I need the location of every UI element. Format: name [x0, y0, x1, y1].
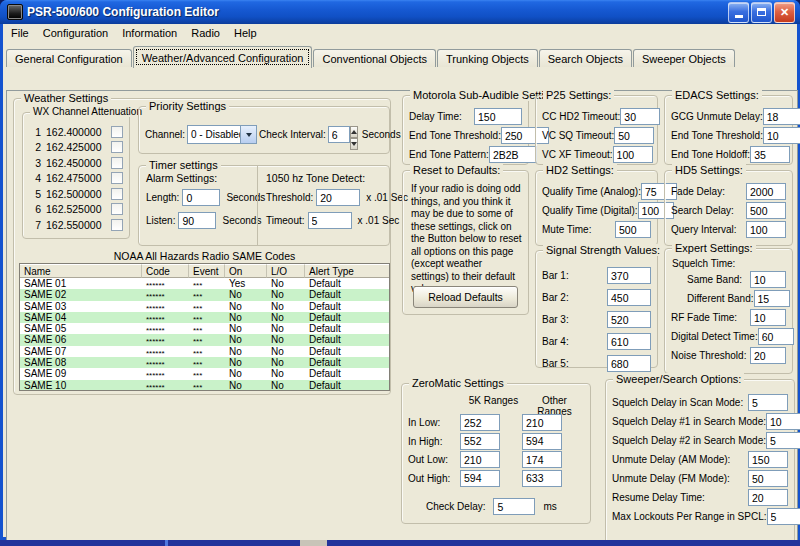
field-input[interactable] [766, 413, 800, 430]
wx-attenuation-checkbox[interactable] [111, 157, 123, 169]
field-input[interactable] [607, 333, 651, 350]
table-row[interactable]: SAME 04 ****** *** No No Default [20, 312, 389, 323]
field-input[interactable] [615, 221, 651, 238]
field-label: Squelch Delay in Scan Mode: [612, 397, 743, 408]
spin-up-icon[interactable] [350, 126, 358, 138]
menu-item[interactable]: Information [115, 25, 184, 41]
field-input[interactable] [607, 355, 651, 372]
table-row[interactable]: SAME 02 ****** *** No No Default [20, 289, 389, 300]
table-row[interactable]: SAME 07 ****** *** No No Default [20, 346, 389, 357]
field-input[interactable] [748, 470, 788, 487]
column-header[interactable]: Event [189, 264, 225, 278]
wx-attenuation-checkbox[interactable] [111, 188, 123, 200]
table-row[interactable]: SAME 03 ****** *** No No Default [20, 301, 389, 312]
tab[interactable]: Trunking Objects [437, 49, 538, 67]
check-interval-input[interactable] [328, 126, 350, 143]
close-button[interactable]: ✕ [774, 2, 795, 23]
field-input[interactable] [607, 267, 651, 284]
priority-channel-dropdown[interactable]: 0 - Disabled [187, 125, 257, 144]
tab[interactable]: Sweeper Objects [633, 49, 735, 67]
tab[interactable]: General Configuration [6, 49, 132, 67]
field-input[interactable] [489, 146, 537, 163]
reset-defaults-group: Reset to Defaults: If your radio is doin… [402, 170, 529, 315]
tab-label: Weather/Advanced Configuration [142, 52, 304, 64]
field-input[interactable] [613, 146, 653, 163]
zeromatic-5k-input[interactable] [460, 470, 500, 487]
field-input[interactable] [766, 432, 800, 449]
field-input[interactable] [746, 183, 786, 200]
table-row[interactable]: SAME 08 ****** *** No No Default [20, 357, 389, 368]
field-input[interactable] [750, 347, 786, 364]
field-input[interactable] [763, 108, 800, 125]
tone-threshold-input[interactable] [316, 189, 360, 206]
table-row[interactable]: SAME 09 ****** *** No No Default [20, 368, 389, 379]
menu-item[interactable]: File [4, 25, 36, 41]
field-input[interactable] [750, 309, 786, 326]
zeromatic-5k-input[interactable] [460, 433, 500, 450]
tab[interactable]: Weather/Advanced Configuration [133, 46, 313, 68]
chevron-down-icon[interactable] [240, 126, 256, 143]
table-row[interactable]: SAME 05 ****** *** No No Default [20, 323, 389, 334]
menu-item[interactable]: Configuration [36, 25, 115, 41]
wx-attenuation-checkbox[interactable] [111, 126, 123, 138]
zeromatic-5k-input[interactable] [460, 414, 500, 431]
field-input[interactable] [758, 328, 794, 345]
column-header[interactable]: Code [142, 264, 189, 278]
tab[interactable]: Search Objects [539, 49, 632, 67]
wx-channel-number: 2 [29, 141, 41, 153]
squelch-time-label: Squelch Time: [672, 258, 735, 269]
field-input[interactable] [748, 489, 788, 506]
field-input[interactable] [767, 508, 800, 525]
field-input[interactable] [750, 271, 786, 288]
column-header[interactable]: Alert Type [305, 264, 389, 278]
check-delay-input[interactable] [493, 498, 535, 515]
table-row[interactable]: SAME 01 ****** *** Yes No Default [20, 278, 389, 289]
spin-down-icon[interactable] [350, 138, 358, 150]
title-bar[interactable]: PSR-500/600 Configuration Editor ✕ [0, 0, 800, 24]
wx-attenuation-checkbox[interactable] [111, 219, 123, 231]
tone-timeout-input[interactable] [308, 212, 352, 229]
field-input[interactable] [748, 451, 788, 468]
field-input[interactable] [614, 127, 654, 144]
wx-attenuation-checkbox[interactable] [111, 172, 123, 184]
menu-item[interactable]: Radio [184, 25, 227, 41]
zeromatic-other-input[interactable] [522, 470, 562, 487]
field-input[interactable] [754, 290, 790, 307]
zeromatic-other-input[interactable] [522, 451, 562, 468]
tab[interactable]: Conventional Objects [313, 49, 436, 67]
field-input[interactable] [620, 108, 660, 125]
field-input[interactable] [746, 221, 786, 238]
check-interval-spinner[interactable] [350, 126, 358, 144]
field-input[interactable] [746, 202, 786, 219]
field-row: Bar 4: [542, 333, 651, 350]
group-title: Expert Settings: [672, 242, 756, 254]
menu-item[interactable]: Help [227, 25, 264, 41]
zeromatic-other-input[interactable] [522, 433, 562, 450]
wx-attenuation-checkbox[interactable] [111, 141, 123, 153]
minimize-button[interactable] [728, 2, 749, 23]
field-row: Qualify Time (Digital): [542, 202, 651, 219]
field-input[interactable] [474, 108, 522, 125]
column-header[interactable]: Name [20, 264, 142, 278]
field-input[interactable] [607, 311, 651, 328]
tab-label: Sweeper Objects [642, 53, 726, 65]
field-label: Digital Detect Time: [671, 331, 758, 342]
column-header[interactable]: On [225, 264, 267, 278]
table-row[interactable]: SAME 10 ****** *** No No Default [20, 380, 389, 391]
zeromatic-other-input[interactable] [522, 414, 562, 431]
maximize-button[interactable] [751, 2, 772, 23]
reload-defaults-button[interactable]: Reload Defaults [413, 286, 518, 308]
field-input[interactable] [750, 146, 790, 163]
table-row[interactable]: SAME 06 ****** *** No No Default [20, 334, 389, 345]
field-input[interactable] [748, 394, 788, 411]
alarm-listen-input[interactable] [178, 212, 216, 229]
wx-attenuation-checkbox[interactable] [111, 203, 123, 215]
alarm-length-input[interactable] [182, 189, 220, 206]
column-header[interactable]: L/O [267, 264, 305, 278]
field-input[interactable] [607, 289, 651, 306]
field-input[interactable] [763, 127, 800, 144]
taskbar-edge [0, 540, 800, 546]
threshold-label: Threshold: [266, 192, 313, 203]
cell-on: Yes [225, 278, 267, 289]
zeromatic-5k-input[interactable] [460, 451, 500, 468]
